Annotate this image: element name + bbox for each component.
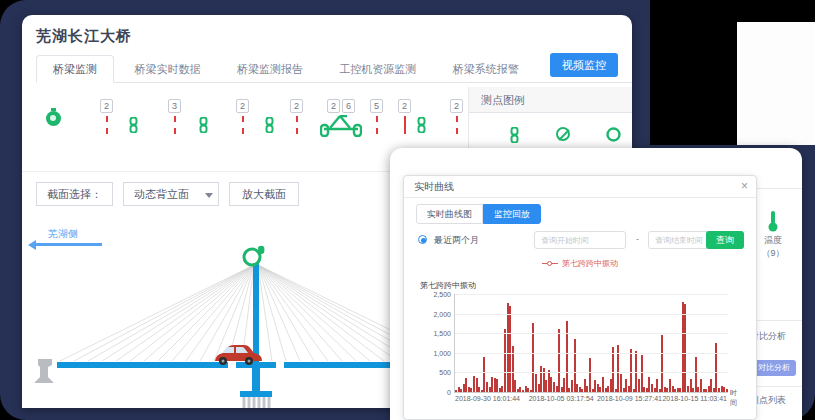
sensor-marker: 2 bbox=[236, 95, 249, 134]
chart-bar bbox=[558, 329, 560, 392]
sensor-marker: 5 bbox=[370, 95, 383, 134]
chart-bar bbox=[726, 389, 728, 392]
screen: 芜湖长江大桥 桥梁监测 桥梁实时数据 桥梁监测报告 工控机资源监测 桥梁系统报警… bbox=[0, 0, 815, 420]
section-select-value: 动态背立面 bbox=[134, 188, 189, 200]
tab-realtime-curve[interactable]: 实时曲线图 bbox=[416, 204, 483, 224]
y-tick-label: 0 bbox=[447, 389, 451, 396]
y-tick-label: 500 bbox=[439, 369, 451, 376]
y-axis-title: 第七跨跨中振动 bbox=[420, 280, 476, 291]
dashed-line-icon bbox=[242, 116, 244, 134]
point-legend-title: 测点图例 bbox=[469, 87, 632, 113]
dashed-line-icon bbox=[174, 116, 176, 134]
detail-window: 温度 （9） 对比分析 对比分析 测点列表 实时曲线 × 实时曲线图 监控回放 … bbox=[390, 148, 802, 420]
y-tick-label: 1,500 bbox=[433, 330, 451, 337]
deck-joint bbox=[276, 362, 284, 368]
x-tick-label: 2018-10-05 03:17:54 bbox=[529, 395, 594, 402]
backdrop-white-region bbox=[737, 22, 815, 145]
chart-bar bbox=[684, 304, 686, 392]
close-icon[interactable]: × bbox=[741, 176, 748, 197]
video-monitor-button[interactable]: 视频监控 bbox=[550, 53, 618, 77]
x-tick-label: 2018-10-15 11:03:41 bbox=[662, 395, 726, 402]
sensor-count-badge: 2 bbox=[327, 99, 340, 113]
y-tick-label: 2,500 bbox=[433, 291, 451, 298]
sensor-marker: 2 bbox=[100, 95, 113, 134]
tower-sensor-icon[interactable] bbox=[244, 246, 264, 265]
recent-two-months-label: 最近两个月 bbox=[434, 234, 479, 247]
x-axis-title: 时间 bbox=[730, 388, 737, 408]
sensor-count-badge: 2 bbox=[398, 99, 411, 113]
gridline bbox=[455, 294, 728, 295]
sensor-count-badge: 2 bbox=[450, 99, 463, 113]
circle-legend-icon bbox=[606, 127, 621, 142]
sensor-marker-group: 26 bbox=[318, 95, 364, 141]
x-tick-label: 2018-09-30 16:01:44 bbox=[455, 395, 520, 402]
dashed-line-icon bbox=[106, 116, 108, 134]
solid-line-icon bbox=[404, 116, 406, 134]
section-selector-row: 截面选择： 动态背立面 放大截面 bbox=[36, 181, 299, 207]
legend-label: 第七跨跨中振动 bbox=[562, 258, 618, 269]
sensor-count-badge: 6 bbox=[342, 99, 355, 113]
sensor-count-badge: 5 bbox=[370, 99, 383, 113]
query-button[interactable]: 查询 bbox=[706, 231, 744, 249]
prohibit-legend-icon bbox=[556, 127, 570, 141]
sensor-count-badge: 3 bbox=[168, 99, 181, 113]
vibration-chart: 第七跨跨中振动 时间 2,5002,0001,5001,00050002018-… bbox=[414, 284, 746, 411]
link-sensor-icon[interactable] bbox=[198, 117, 209, 137]
tab-monitor-playback[interactable]: 监控回放 bbox=[483, 204, 541, 224]
stopwatch-icon[interactable] bbox=[46, 87, 61, 126]
chart-legend[interactable]: 第七跨跨中振动 bbox=[404, 258, 756, 269]
deck-joint bbox=[228, 362, 236, 368]
sensor-count-badge: 2 bbox=[290, 99, 303, 113]
query-row: 最近两个月 - 查询 bbox=[404, 230, 756, 254]
link-sensor-icon[interactable] bbox=[416, 117, 427, 137]
left-pier bbox=[34, 359, 54, 383]
thermometer-icon[interactable] bbox=[767, 210, 779, 232]
tab-bridge-monitor[interactable]: 桥梁监测 bbox=[36, 55, 114, 83]
enlarge-section-button[interactable]: 放大截面 bbox=[229, 182, 299, 206]
tab-ipc-resource[interactable]: 工控机资源监测 bbox=[323, 56, 432, 84]
center-pier bbox=[240, 368, 272, 408]
support-sensor-icon[interactable] bbox=[320, 115, 362, 137]
link-sensor-icon[interactable] bbox=[128, 117, 139, 137]
chart-plot-area[interactable]: 时间 2,5002,0001,5001,00050002018-09-30 16… bbox=[454, 294, 728, 393]
sensor-marker: 2 bbox=[290, 95, 303, 134]
bridge-tower bbox=[253, 263, 259, 363]
chart-bar bbox=[630, 349, 632, 392]
range-separator: - bbox=[636, 234, 639, 244]
legend-marker-icon bbox=[542, 261, 558, 267]
sensor-marker: 3 bbox=[168, 95, 181, 134]
realtime-curve-modal: 实时曲线 × 实时曲线图 监控回放 最近两个月 - 查询 第七跨跨中振动 第七跨 bbox=[403, 175, 757, 420]
sensor-count-badge: 2 bbox=[236, 99, 249, 113]
sensor-count-badge: 2 bbox=[100, 99, 113, 113]
chevron-down-icon bbox=[205, 193, 213, 198]
y-tick-label: 2,000 bbox=[433, 310, 451, 317]
y-tick-label: 1,000 bbox=[433, 349, 451, 356]
gridline bbox=[455, 372, 728, 373]
link-sensor-legend-icon bbox=[509, 127, 520, 143]
gridline bbox=[455, 353, 728, 354]
compare-analysis-button[interactable]: 对比分析 bbox=[752, 360, 796, 376]
chart-bar bbox=[589, 358, 591, 392]
modal-tabbar: 实时曲线图 监控回放 bbox=[404, 198, 756, 224]
gridline bbox=[455, 333, 728, 334]
section-select[interactable]: 动态背立面 bbox=[123, 182, 219, 206]
chart-bars bbox=[455, 294, 728, 392]
dashed-line-icon bbox=[456, 116, 458, 134]
query-start-time-input[interactable] bbox=[534, 231, 626, 249]
modal-title: 实时曲线 bbox=[414, 181, 454, 192]
sensor-marker: 2 bbox=[398, 95, 411, 134]
main-tabbar: 桥梁监测 桥梁实时数据 桥梁监测报告 工控机资源监测 桥梁系统报警 bbox=[36, 55, 632, 83]
chart-bar bbox=[715, 343, 717, 392]
chart-bar bbox=[566, 321, 568, 392]
dashed-line-icon bbox=[376, 116, 378, 134]
tab-system-alarm[interactable]: 桥梁系统报警 bbox=[437, 56, 535, 84]
chart-bar bbox=[661, 335, 663, 392]
dashed-line-icon bbox=[296, 116, 298, 134]
page-title: 芜湖长江大桥 bbox=[36, 27, 132, 46]
recent-two-months-radio[interactable] bbox=[418, 235, 427, 244]
section-select-label: 截面选择： bbox=[36, 182, 113, 206]
tab-realtime-data[interactable]: 桥梁实时数据 bbox=[118, 56, 216, 84]
gridline bbox=[455, 314, 728, 315]
link-sensor-icon[interactable] bbox=[264, 117, 275, 137]
tab-monitor-report[interactable]: 桥梁监测报告 bbox=[221, 56, 319, 84]
